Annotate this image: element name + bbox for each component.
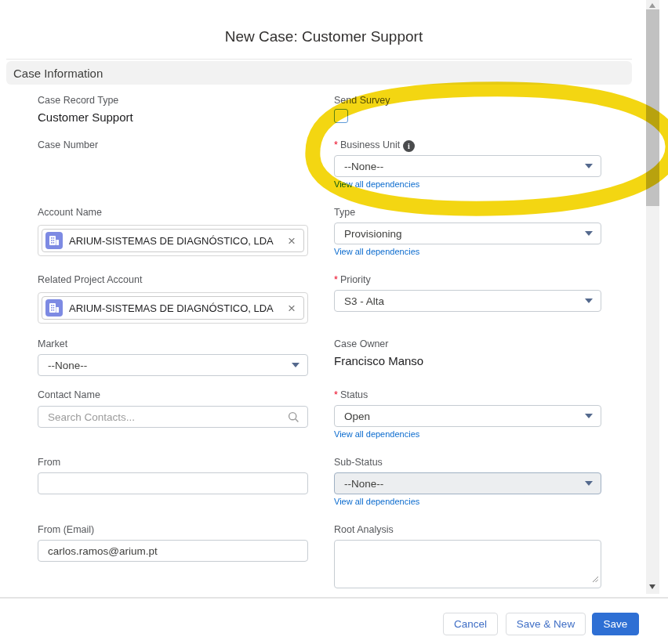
required-asterisk: * bbox=[334, 139, 338, 150]
sub-status-label: Sub-Status bbox=[334, 457, 383, 468]
case-record-type-value: Customer Support bbox=[38, 110, 133, 124]
account-pill: ARIUM-SISTEMAS DE DIAGNÓSTICO, LDA × bbox=[42, 296, 304, 320]
account-icon bbox=[45, 232, 63, 249]
priority-value: S3 - Alta bbox=[344, 295, 384, 307]
account-pill-text: ARIUM-SISTEMAS DE DIAGNÓSTICO, LDA bbox=[69, 302, 281, 314]
remove-account-icon[interactable]: × bbox=[281, 302, 296, 315]
info-icon[interactable]: i bbox=[403, 140, 415, 152]
related-project-account-label: Related Project Account bbox=[38, 274, 142, 285]
case-owner-label: Case Owner bbox=[334, 338, 388, 349]
required-asterisk: * bbox=[334, 389, 338, 400]
priority-select[interactable]: S3 - Alta bbox=[334, 290, 601, 312]
from-label: From bbox=[38, 457, 60, 468]
priority-label: *Priority bbox=[334, 274, 371, 285]
search-icon bbox=[288, 411, 307, 423]
send-survey-checkbox[interactable] bbox=[334, 109, 348, 123]
status-dependencies-link[interactable]: View all dependencies bbox=[334, 429, 419, 439]
status-value: Open bbox=[344, 411, 370, 422]
type-value: Provisioning bbox=[344, 228, 402, 240]
type-dependencies-link[interactable]: View all dependencies bbox=[334, 247, 419, 256]
account-pill: ARIUM-SISTEMAS DE DIAGNÓSTICO, LDA × bbox=[42, 229, 304, 252]
scroll-up-icon[interactable] bbox=[649, 3, 655, 8]
type-select[interactable]: Provisioning bbox=[334, 223, 601, 244]
status-select[interactable]: Open bbox=[334, 405, 601, 427]
business-unit-select[interactable]: --None-- bbox=[334, 155, 601, 177]
contact-search-input[interactable] bbox=[38, 407, 288, 427]
chevron-down-icon bbox=[585, 481, 593, 486]
account-name-lookup[interactable]: ARIUM-SISTEMAS DE DIAGNÓSTICO, LDA × bbox=[38, 225, 308, 256]
sub-status-dependencies-link[interactable]: View all dependencies bbox=[334, 497, 419, 506]
chevron-down-icon bbox=[292, 363, 300, 367]
market-label: Market bbox=[38, 338, 67, 349]
contact-name-label: Contact Name bbox=[38, 389, 100, 400]
send-survey-label: Send Survey bbox=[334, 95, 390, 106]
chevron-down-icon bbox=[585, 414, 593, 418]
scrollbar-thumb[interactable] bbox=[646, 9, 659, 206]
new-case-modal: New Case: Customer Support Case Informat… bbox=[0, 0, 668, 644]
resize-grip-icon[interactable] bbox=[591, 571, 598, 585]
section-header-case-information: Case Information bbox=[6, 61, 632, 85]
section-header-label: Case Information bbox=[13, 67, 103, 80]
chevron-down-icon bbox=[585, 298, 593, 303]
save-button[interactable]: Save bbox=[592, 613, 639, 635]
root-analysis-label: Root Analysis bbox=[334, 524, 394, 535]
business-unit-dependencies-link[interactable]: View all dependencies bbox=[334, 179, 419, 189]
market-select[interactable]: --None-- bbox=[38, 354, 308, 376]
from-email-field-wrap bbox=[38, 540, 308, 562]
sub-status-select[interactable]: --None-- bbox=[334, 472, 601, 494]
business-unit-label: *Business Unit bbox=[334, 139, 400, 150]
required-asterisk: * bbox=[334, 274, 338, 285]
scrollbar-track[interactable] bbox=[646, 0, 659, 594]
title-divider bbox=[6, 59, 632, 60]
contact-name-search bbox=[38, 406, 308, 428]
cancel-button[interactable]: Cancel bbox=[443, 613, 498, 635]
market-value: --None-- bbox=[48, 360, 87, 371]
from-input[interactable] bbox=[38, 473, 307, 494]
status-label: *Status bbox=[334, 389, 368, 400]
account-icon bbox=[45, 299, 63, 317]
from-email-input[interactable] bbox=[38, 541, 307, 561]
save-and-new-button[interactable]: Save & New bbox=[506, 613, 586, 635]
chevron-down-icon bbox=[585, 164, 593, 168]
case-owner-value: Francisco Manso bbox=[334, 354, 423, 367]
related-project-account-lookup[interactable]: ARIUM-SISTEMAS DE DIAGNÓSTICO, LDA × bbox=[38, 292, 308, 324]
from-field-wrap bbox=[38, 472, 308, 494]
account-name-label: Account Name bbox=[38, 207, 102, 218]
business-unit-value: --None-- bbox=[344, 161, 383, 172]
sub-status-value: --None-- bbox=[344, 478, 383, 490]
chevron-down-icon bbox=[585, 231, 593, 236]
footer-divider bbox=[0, 597, 668, 599]
from-email-label: From (Email) bbox=[38, 524, 94, 535]
scroll-down-icon[interactable] bbox=[649, 584, 655, 589]
account-pill-text: ARIUM-SISTEMAS DE DIAGNÓSTICO, LDA bbox=[69, 235, 281, 247]
root-analysis-textarea[interactable] bbox=[334, 540, 601, 588]
type-label: Type bbox=[334, 207, 355, 218]
modal-title: New Case: Customer Support bbox=[0, 28, 648, 45]
case-number-label: Case Number bbox=[38, 139, 98, 150]
remove-account-icon[interactable]: × bbox=[281, 234, 296, 248]
case-record-type-label: Case Record Type bbox=[38, 95, 118, 106]
